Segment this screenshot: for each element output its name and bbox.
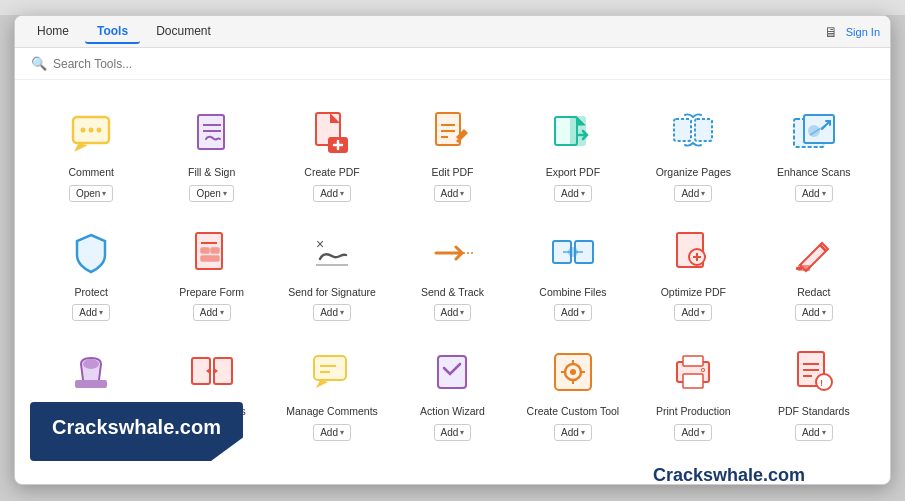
tool-pdf-standards-button[interactable]: Add ▾	[795, 424, 833, 441]
svg-rect-58	[683, 356, 703, 366]
chevron-icon: ▾	[460, 308, 464, 317]
svg-rect-18	[695, 119, 712, 141]
tool-create-pdf-button[interactable]: Add ▾	[313, 185, 351, 202]
chevron-icon: ▾	[701, 189, 705, 198]
optimize-pdf-icon	[666, 226, 720, 280]
tool-create-pdf[interactable]: Create PDF Add ▾	[276, 96, 388, 208]
action-wizard-icon	[425, 345, 479, 399]
enhance-scans-icon	[787, 106, 841, 160]
svg-rect-45	[314, 356, 346, 380]
tool-create-custom-tool-label: Create Custom Tool	[527, 405, 620, 419]
tool-optimize-pdf-button[interactable]: Add ▾	[674, 304, 712, 321]
svg-point-31	[471, 252, 473, 254]
export-pdf-icon	[546, 106, 600, 160]
chevron-icon: ▾	[822, 189, 826, 198]
titlebar-right: 🖥 Sign In	[824, 24, 880, 40]
tool-comment-button[interactable]: Open ▾	[69, 185, 113, 202]
search-input[interactable]	[53, 57, 253, 71]
chevron-icon: ▾	[701, 308, 705, 317]
tool-action-wizard-button[interactable]: Add ▾	[434, 424, 472, 441]
tool-redact-button[interactable]: Add ▾	[795, 304, 833, 321]
print-production-icon	[666, 345, 720, 399]
tool-combine-files[interactable]: Combine Files Add ▾	[517, 216, 629, 328]
tool-export-pdf-button[interactable]: Add ▾	[554, 185, 592, 202]
tool-print-production-label: Print Production	[656, 405, 731, 419]
tool-export-pdf[interactable]: Export PDF Add ▾	[517, 96, 629, 208]
tool-send-track[interactable]: Send & Track Add ▾	[396, 216, 508, 328]
tool-organize-pages-button[interactable]: Add ▾	[674, 185, 712, 202]
svg-rect-57	[683, 374, 703, 388]
svg-rect-24	[201, 248, 209, 253]
svg-text:!: !	[820, 378, 823, 388]
tool-send-track-label: Send & Track	[421, 286, 484, 300]
tool-comment[interactable]: Comment Open ▾	[35, 96, 147, 208]
search-icon: 🔍	[31, 56, 47, 71]
tool-edit-pdf[interactable]: Edit PDF Add ▾	[396, 96, 508, 208]
tool-action-wizard[interactable]: Action Wizard Add ▾	[396, 335, 508, 447]
tool-send-track-button[interactable]: Add ▾	[434, 304, 472, 321]
tool-print-production-button[interactable]: Add ▾	[674, 424, 712, 441]
tool-pdf-standards[interactable]: ! PDF Standards Add ▾	[758, 335, 870, 447]
svg-point-60	[702, 369, 704, 371]
chevron-icon: ▾	[460, 428, 464, 437]
watermark-left: Crackswhale.com	[30, 402, 243, 461]
svg-rect-41	[75, 380, 107, 388]
tool-organize-pages[interactable]: Organize Pages Add ▾	[637, 96, 749, 208]
create-pdf-icon	[305, 106, 359, 160]
tool-print-production[interactable]: Print Production Add ▾	[637, 335, 749, 447]
tool-combine-files-button[interactable]: Add ▾	[554, 304, 592, 321]
svg-point-2	[89, 128, 94, 133]
tab-home[interactable]: Home	[25, 20, 81, 44]
chevron-icon: ▾	[822, 428, 826, 437]
create-custom-tool-icon	[546, 345, 600, 399]
tool-enhance-scans[interactable]: Enhance Scans Add ▾	[758, 96, 870, 208]
svg-point-3	[97, 128, 102, 133]
fill-sign-icon	[185, 106, 239, 160]
tool-protect[interactable]: Protect Add ▾	[35, 216, 147, 328]
tool-fill-sign-button[interactable]: Open ▾	[189, 185, 233, 202]
chevron-icon: ▾	[581, 428, 585, 437]
tool-protect-button[interactable]: Add ▾	[72, 304, 110, 321]
tool-manage-comments-label: Manage Comments	[286, 405, 378, 419]
redact-icon	[787, 226, 841, 280]
tool-send-signature-button[interactable]: Add ▾	[313, 304, 351, 321]
svg-point-30	[467, 252, 469, 254]
svg-rect-17	[674, 119, 691, 141]
tool-fill-sign[interactable]: Fill & Sign Open ▾	[155, 96, 267, 208]
tool-prepare-form-button[interactable]: Add ▾	[193, 304, 231, 321]
chevron-icon: ▾	[822, 308, 826, 317]
tool-optimize-pdf[interactable]: Optimize PDF Add ▾	[637, 216, 749, 328]
chevron-icon: ▾	[460, 189, 464, 198]
chevron-icon: ▾	[340, 428, 344, 437]
tool-enhance-scans-button[interactable]: Add ▾	[795, 185, 833, 202]
prepare-form-icon	[185, 226, 239, 280]
tool-fill-sign-label: Fill & Sign	[188, 166, 235, 180]
tool-prepare-form-label: Prepare Form	[179, 286, 244, 300]
search-bar: 🔍	[15, 48, 890, 80]
combine-files-icon	[546, 226, 600, 280]
tool-create-custom-tool-button[interactable]: Add ▾	[554, 424, 592, 441]
tool-protect-label: Protect	[75, 286, 108, 300]
tool-redact[interactable]: Redact Add ▾	[758, 216, 870, 328]
tool-edit-pdf-label: Edit PDF	[431, 166, 473, 180]
tool-edit-pdf-button[interactable]: Add ▾	[434, 185, 472, 202]
tool-manage-comments[interactable]: Manage Comments Add ▾	[276, 335, 388, 447]
compare-files-icon	[185, 345, 239, 399]
protect-icon	[64, 226, 118, 280]
tool-create-custom-tool[interactable]: Create Custom Tool Add ▾	[517, 335, 629, 447]
chevron-icon: ▾	[223, 189, 227, 198]
tool-manage-comments-button[interactable]: Add ▾	[313, 424, 351, 441]
tab-document[interactable]: Document	[144, 20, 223, 44]
tools-grid: Comment Open ▾	[35, 96, 870, 447]
chevron-icon: ▾	[581, 189, 585, 198]
tool-prepare-form[interactable]: Prepare Form Add ▾	[155, 216, 267, 328]
svg-rect-11	[436, 113, 460, 145]
tool-send-signature[interactable]: × Send for Signature Add ▾	[276, 216, 388, 328]
tool-comment-label: Comment	[68, 166, 114, 180]
stamp-icon	[64, 345, 118, 399]
sign-in-button[interactable]: Sign In	[846, 26, 880, 38]
chevron-icon: ▾	[581, 308, 585, 317]
svg-rect-26	[201, 256, 219, 261]
watermark-right: Crackswhale.com	[653, 465, 805, 486]
tab-tools[interactable]: Tools	[85, 20, 140, 44]
